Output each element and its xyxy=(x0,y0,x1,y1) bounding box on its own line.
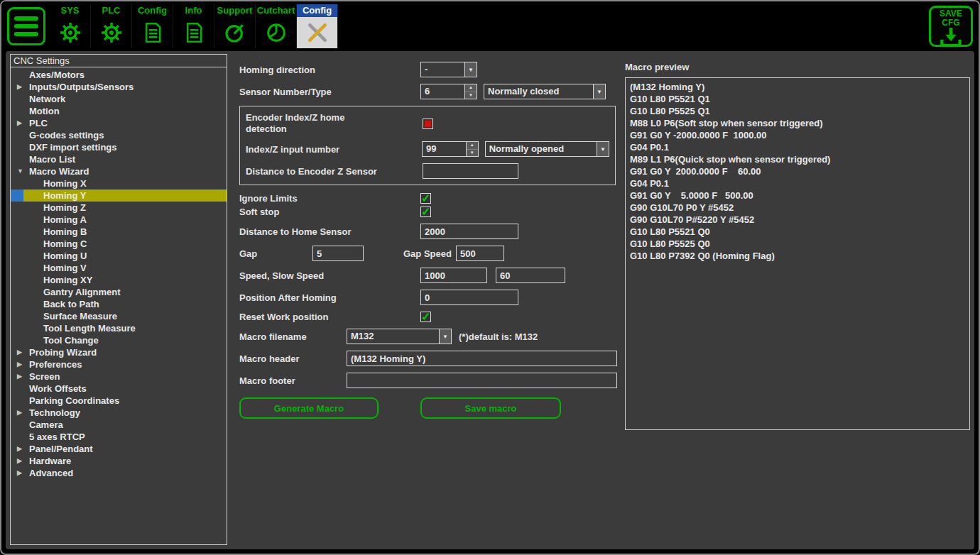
tree-item-panel-pendant[interactable]: ▶Panel/Pendant xyxy=(11,443,227,455)
tree-item-homing-a[interactable]: Homing A xyxy=(11,214,227,226)
tree-item-inputs-outputs-sensors[interactable]: ▶Inputs/Outputs/Sensors xyxy=(11,81,227,93)
tree-item-macro-list[interactable]: Macro List xyxy=(11,153,227,165)
tab-label: Config xyxy=(132,4,173,17)
chevron-down-icon[interactable]: ▼ xyxy=(593,84,605,99)
index-z-type-select[interactable]: Normally opened ▼ xyxy=(485,141,609,157)
expand-arrow-icon[interactable]: ▶ xyxy=(17,117,22,129)
tree-item-label: Homing B xyxy=(43,226,87,237)
tree-item-homing-u[interactable]: Homing U xyxy=(11,250,227,262)
tree-item-label: Advanced xyxy=(29,468,73,478)
macro-filename-select[interactable]: M132 ▼ xyxy=(347,329,452,344)
slow-speed-input[interactable] xyxy=(496,268,565,283)
tree-item-homing-v[interactable]: Homing V xyxy=(11,262,227,274)
tree-item-homing-y[interactable]: Homing Y xyxy=(11,189,227,202)
sensor-number-spinner[interactable]: 6 ▲ ▼ xyxy=(420,84,477,99)
tree-item-5-axes-rtcp[interactable]: 5 axes RTCP xyxy=(11,431,227,443)
tab-config-active[interactable]: Config xyxy=(297,4,338,48)
tree-item-dxf-import-settings[interactable]: DXF import settings xyxy=(11,141,227,153)
macro-footer-input[interactable] xyxy=(347,373,617,388)
spin-up-icon[interactable]: ▲ xyxy=(467,142,478,150)
tab-label: PLC xyxy=(91,4,131,17)
tree-item-label: DXF import settings xyxy=(29,142,117,153)
distance-encoder-z-input[interactable] xyxy=(423,163,518,179)
gap-speed-input[interactable] xyxy=(456,246,504,261)
save-macro-button[interactable]: Save macro xyxy=(420,397,561,419)
tree-item-label: Parking Coordinates xyxy=(29,395,119,406)
tree-item-gantry-alignment[interactable]: Gantry Alignment xyxy=(11,286,227,298)
distance-home-input[interactable] xyxy=(420,224,518,239)
index-z-input-spinner[interactable]: 99 ▲ ▼ xyxy=(422,141,479,157)
gap-input[interactable] xyxy=(312,246,364,261)
tree-item-parking-coordinates[interactable]: Parking Coordinates xyxy=(11,395,227,407)
tree-item-axes-motors[interactable]: Axes/Motors xyxy=(11,69,227,81)
tree-item-label: Camera xyxy=(29,419,63,430)
tree-item-label: Homing V xyxy=(43,263,87,273)
expand-arrow-icon[interactable]: ▶ xyxy=(17,81,22,93)
tree-item-tool-length-measure[interactable]: Tool Length Measure xyxy=(11,322,227,334)
save-cfg-button[interactable]: SAVE CFG xyxy=(929,6,973,47)
tree-item-label: Tool Change xyxy=(43,335,99,346)
tree-item-homing-xy[interactable]: Homing XY xyxy=(11,274,227,286)
expand-arrow-icon[interactable]: ▶ xyxy=(17,467,22,479)
sensor-type-value: Normally closed xyxy=(484,84,593,99)
tree-item-preferences[interactable]: ▶Preferences xyxy=(11,358,227,370)
tree-item-g-codes-settings[interactable]: G-codes settings xyxy=(11,129,227,141)
position-after-homing-input[interactable] xyxy=(420,290,518,305)
homing-direction-select[interactable]: - ▼ xyxy=(420,62,477,77)
tab-support[interactable]: Support xyxy=(214,4,256,48)
tree-item-homing-c[interactable]: Homing C xyxy=(11,238,227,250)
tree-item-motion[interactable]: Motion xyxy=(11,105,227,117)
speed-input[interactable] xyxy=(420,268,487,283)
spin-down-icon[interactable]: ▼ xyxy=(465,92,477,99)
soft-stop-label: Soft stop xyxy=(239,207,420,217)
generate-macro-button[interactable]: Generate Macro xyxy=(239,397,379,419)
encoder-detection-checkbox[interactable] xyxy=(423,119,433,129)
macro-line: M89 L1 P6(Quick stop when sensor trigger… xyxy=(630,153,965,165)
expand-arrow-icon[interactable]: ▼ xyxy=(17,165,23,177)
macro-header-input[interactable] xyxy=(347,351,617,366)
tree-item-camera[interactable]: Camera xyxy=(11,419,227,431)
tree-item-surface-measure[interactable]: Surface Measure xyxy=(11,310,227,322)
tree-item-homing-x[interactable]: Homing X xyxy=(11,177,227,189)
tree-item-label: Homing Y xyxy=(43,190,86,201)
tree-item-back-to-path[interactable]: Back to Path xyxy=(11,298,227,310)
reset-work-position-checkbox[interactable] xyxy=(420,312,431,322)
tree-item-label: Work Offsets xyxy=(29,383,87,394)
chevron-down-icon[interactable]: ▼ xyxy=(464,62,477,77)
tree-item-macro-wizard[interactable]: ▼Macro Wizard xyxy=(11,165,227,177)
spin-up-icon[interactable]: ▲ xyxy=(465,84,477,92)
tree-item-label: Homing C xyxy=(43,238,87,249)
tree-item-network[interactable]: Network xyxy=(11,93,227,105)
tree-item-homing-z[interactable]: Homing Z xyxy=(11,202,227,214)
tab-cutchart[interactable]: Cutchart xyxy=(256,4,297,48)
sensor-type-select[interactable]: Normally closed ▼ xyxy=(484,84,606,99)
menu-button[interactable] xyxy=(7,7,45,45)
macro-line: G10 L80 P5521 Q1 xyxy=(630,93,965,105)
chevron-down-icon[interactable]: ▼ xyxy=(597,142,609,156)
expand-arrow-icon[interactable]: ▶ xyxy=(17,370,22,383)
tab-info[interactable]: Info xyxy=(173,4,214,48)
expand-arrow-icon[interactable]: ▶ xyxy=(17,455,22,467)
tree-item-advanced[interactable]: ▶Advanced xyxy=(11,467,227,479)
expand-arrow-icon[interactable]: ▶ xyxy=(17,443,22,455)
expand-arrow-icon[interactable]: ▶ xyxy=(17,346,22,358)
macro-line: M88 L0 P6(Soft stop when sensor triggere… xyxy=(630,117,965,129)
tree-item-work-offsets[interactable]: Work Offsets xyxy=(11,383,227,395)
ignore-limits-checkbox[interactable] xyxy=(420,193,431,204)
tree-item-screen[interactable]: ▶Screen xyxy=(11,370,227,383)
tree-item-homing-b[interactable]: Homing B xyxy=(11,226,227,238)
expand-arrow-icon[interactable]: ▶ xyxy=(17,407,22,419)
tab-sys[interactable]: SYS xyxy=(50,4,91,48)
chevron-down-icon[interactable]: ▼ xyxy=(439,329,451,344)
tab-config[interactable]: Config xyxy=(132,4,173,48)
tree-item-tool-change[interactable]: Tool Change xyxy=(11,334,227,346)
expand-arrow-icon[interactable]: ▶ xyxy=(17,358,22,370)
tree-item-probing-wizard[interactable]: ▶Probing Wizard xyxy=(11,346,227,358)
soft-stop-checkbox[interactable] xyxy=(420,207,431,217)
macro-line: G91 G0 Y 5.0000 F 500.00 xyxy=(630,189,965,202)
tree-item-hardware[interactable]: ▶Hardware xyxy=(11,455,227,467)
spin-down-icon[interactable]: ▼ xyxy=(467,150,478,157)
tree-item-technology[interactable]: ▶Technology xyxy=(11,407,227,419)
tree-item-plc[interactable]: ▶PLC xyxy=(11,117,227,129)
tab-plc[interactable]: PLC xyxy=(91,4,132,48)
